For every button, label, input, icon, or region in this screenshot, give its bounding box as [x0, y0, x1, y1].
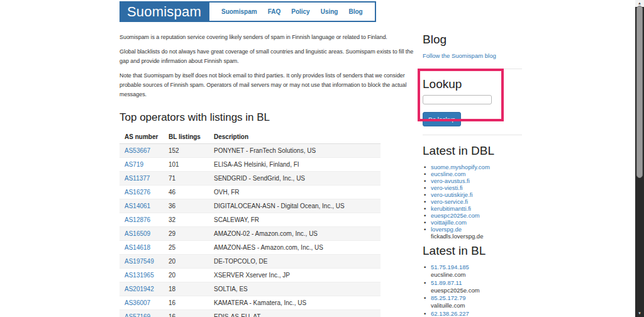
bl-listings-value: 25 [164, 241, 209, 255]
table-row: AS16509 29 AMAZON-02 - Amazon.com, Inc.,… [119, 227, 380, 241]
dbl-domain-link[interactable]: vero-uutiskirje.fi [431, 191, 473, 198]
operator-description: SOLTIA, ES [209, 282, 380, 296]
as-number-link[interactable]: AS16509 [125, 230, 150, 237]
nav-link[interactable]: Policy [291, 8, 309, 15]
scrollbar-thumb[interactable] [636, 6, 643, 178]
lookup-input[interactable] [423, 95, 492, 104]
bl-ip-link[interactable]: 85.25.172.79 [431, 294, 465, 301]
bl-ip-link[interactable]: 62.138.26.227 [431, 310, 469, 317]
table-row: AS14618 25 AMAZON-AES - Amazon.com, Inc.… [119, 241, 380, 255]
bl-listings-value: 20 [164, 255, 209, 269]
operator-description: DE-TOPCOLO, DE [209, 255, 380, 269]
latest-bl-list: 51.75.194.185 eucsline.com 51.89.87.11 e… [423, 264, 522, 317]
table-row: AS197549 20 DE-TOPCOLO, DE [119, 255, 380, 269]
dbl-domain-link[interactable]: suome.myshopify.com [431, 164, 490, 170]
bl-domain-text: euespc2025e.com [431, 287, 522, 294]
dbl-list-item: eucsline.com [423, 170, 522, 177]
nav-link[interactable]: Using [321, 8, 338, 15]
brand-logo[interactable]: Suomispam [121, 3, 209, 21]
operator-description: AMAZON-AES - Amazon.com, Inc., US [209, 241, 380, 255]
bl-listings-value: 152 [164, 144, 209, 158]
as-number-link[interactable]: AS201942 [125, 286, 154, 292]
as-number-link[interactable]: AS16276 [125, 189, 150, 196]
operator-description: DIGITALOCEAN-ASN - Digital Ocean, Inc., … [209, 199, 380, 213]
dbl-list-item: suome.myshopify.com [423, 164, 522, 170]
dbl-domain-link[interactable]: kerubitimantti.fi [431, 205, 471, 212]
bl-list-item: 51.75.194.185 eucsline.com [423, 264, 522, 279]
table-row: AS16276 46 OVH, FR [119, 186, 380, 199]
nav-link[interactable]: FAQ [268, 8, 281, 15]
bl-listings-value: 32 [164, 213, 209, 227]
bl-domain-text: eucsline.com [431, 271, 522, 279]
operator-description: OVH, FR [209, 186, 380, 199]
bl-list-item: 51.89.87.11 euespc2025e.com [423, 279, 522, 295]
main-content: Suomispam is a reputation service coveri… [119, 28, 416, 317]
latest-bl-title: Latest in BL [423, 244, 522, 258]
bl-list-item: 85.25.172.79 valituille.com [423, 294, 522, 310]
bl-list-item: 62.138.26.227 voittajille.com [423, 310, 522, 317]
bl-domain-text: valituille.com [431, 302, 522, 309]
dbl-list-item: vero-avustus.fi [423, 177, 522, 184]
as-number-link[interactable]: AS131965 [125, 272, 154, 279]
table-row: AS12876 32 SCALEWAY, FR [119, 213, 380, 227]
as-number-link[interactable]: AS197549 [125, 258, 154, 265]
operator-description: XSERVER Xserver Inc., JP [209, 269, 380, 282]
bl-ip-link[interactable]: 51.89.87.11 [431, 279, 462, 286]
intro-paragraph-1: Suomispam is a reputation service coveri… [119, 33, 416, 42]
divider [423, 69, 522, 69]
do-lookup-button[interactable]: Do lookup [423, 112, 461, 126]
vertical-scrollbar[interactable]: ▲ ▼ [635, 0, 644, 317]
dbl-list-item: vero-viesti.fi [423, 184, 522, 191]
sidebar: Blog Follow the Suomispam blog Lookup Do… [423, 28, 522, 317]
dbl-domain-link[interactable]: euespc2025e.com [431, 212, 480, 219]
dbl-domain-link[interactable]: vero-viesti.fi [431, 184, 463, 191]
bl-listings-value: 29 [164, 227, 209, 241]
dbl-domain-link[interactable]: loverspg.de [431, 226, 462, 233]
as-number-link[interactable]: AS719 [125, 161, 143, 168]
dbl-list-item: vero-uutiskirje.fi [423, 191, 522, 198]
as-number-link[interactable]: AS14061 [125, 203, 150, 209]
dbl-list-item: kerubitimantti.fi [423, 205, 522, 212]
operator-description: KAMATERA - Kamatera, Inc., US [209, 296, 380, 310]
bl-listings-value: 18 [164, 282, 209, 296]
operator-description: PONYNET - FranTech Solutions, US [209, 144, 380, 158]
as-number-link[interactable]: AS12876 [125, 216, 150, 223]
operators-table: AS number BL listings Description AS5366… [119, 130, 380, 317]
operator-description: EDIS-AS-EU, AT [209, 310, 380, 317]
divider [423, 135, 522, 135]
latest-dbl-list: suome.myshopify.com eucsline.com vero-av… [423, 164, 522, 240]
table-row: AS131965 20 XSERVER Xserver Inc., JP [119, 269, 380, 282]
col-bl-listings: BL listings [164, 130, 209, 144]
table-row: AS11377 71 SENDGRID - SendGrid, Inc., US [119, 172, 380, 186]
as-number-link[interactable]: AS11377 [125, 175, 150, 182]
intro-paragraph-2: Global blacklists do not always have gre… [119, 47, 416, 66]
dbl-subdomain-text: fickadls.loverspg.de [431, 233, 522, 240]
dbl-list-item: vero-service.fi [423, 198, 522, 205]
as-number-link[interactable]: AS36007 [125, 299, 150, 306]
bl-ip-link[interactable]: 51.75.194.185 [431, 264, 469, 270]
follow-blog-link[interactable]: Follow the Suomispam blog [423, 52, 496, 59]
dbl-domain-link[interactable]: eucsline.com [431, 170, 465, 177]
table-row: AS14061 36 DIGITALOCEAN-ASN - Digital Oc… [119, 199, 380, 213]
operator-description: SCALEWAY, FR [209, 213, 380, 227]
scrollbar-down-icon[interactable]: ▼ [635, 310, 644, 316]
dbl-domain-link[interactable]: vero-avustus.fi [431, 177, 470, 184]
blog-title: Blog [423, 33, 522, 47]
as-number-link[interactable]: AS14618 [125, 244, 150, 251]
operator-description: AMAZON-02 - Amazon.com, Inc., US [209, 227, 380, 241]
latest-dbl-title: Latest in DBL [423, 144, 522, 158]
as-number-link[interactable]: AS57169 [125, 313, 150, 317]
nav-link[interactable]: Blog [348, 8, 362, 15]
as-number-link[interactable]: AS53667 [125, 147, 150, 154]
dbl-domain-link[interactable]: voittajille.com [431, 219, 467, 226]
nav-link[interactable]: Suomispam [221, 8, 257, 15]
dbl-list-item: voittajille.com [423, 219, 522, 226]
table-row: AS201942 18 SOLTIA, ES [119, 282, 380, 296]
operator-description: SENDGRID - SendGrid, Inc., US [209, 172, 380, 186]
main-nav: Suomispam FAQ Policy Using Blog [209, 3, 375, 21]
bl-listings-value: 71 [164, 172, 209, 186]
bl-listings-value: 36 [164, 199, 209, 213]
bl-listings-value: 101 [164, 158, 209, 172]
table-row: AS36007 16 KAMATERA - Kamatera, Inc., US [119, 296, 380, 310]
dbl-domain-link[interactable]: vero-service.fi [431, 198, 468, 205]
